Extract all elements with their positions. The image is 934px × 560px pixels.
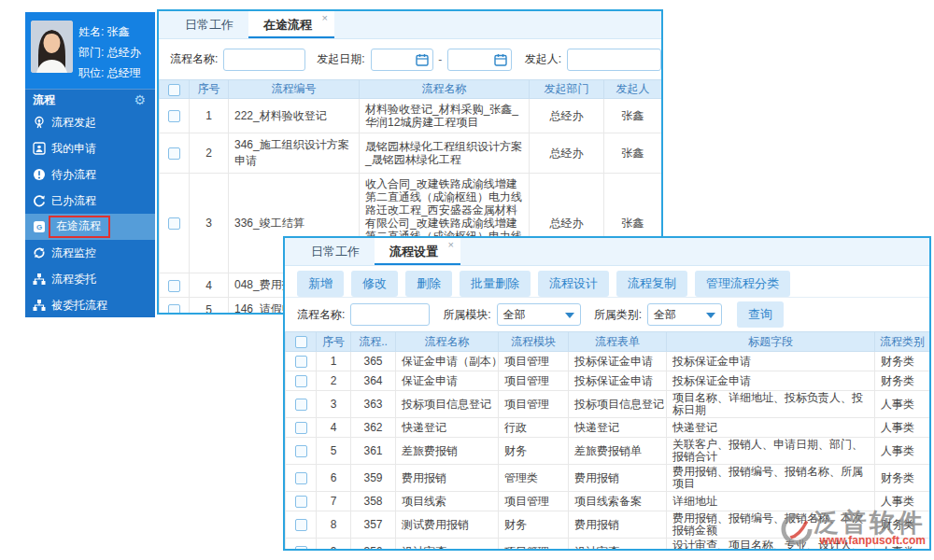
toolbar-button[interactable]: 管理流程分类 [695, 271, 790, 297]
start-date-to-input[interactable] [447, 49, 511, 71]
delegated-orgtree-icon [33, 299, 46, 312]
tab-daily-work[interactable]: 日常工作 [170, 11, 248, 38]
cell-name: 费用报销 [396, 465, 499, 492]
panel1-filter-row: 流程名称: 发起日期: - 发起人: [159, 39, 661, 79]
sidebar-item-delegated-flows[interactable]: 被委托流程 [25, 292, 155, 317]
table-row[interactable]: 2 364 保证金申请 项目管理 投标保证金申请 投标保证金申请 财务类 [286, 371, 930, 391]
tab-flow-settings[interactable]: 流程设置× [375, 238, 460, 265]
table-row[interactable]: 5 361 差旅费报销 财务 差旅费报销单 关联客户、报销人、申请日期、部门、报… [286, 438, 930, 465]
cell-name: 差旅费报销 [396, 438, 499, 465]
cell-code: 358 [351, 492, 396, 511]
sidebar-item-done-flows[interactable]: 已办流程 [25, 188, 155, 214]
cell-name: 测试费用报销 [396, 511, 499, 539]
cell-fields: 项目名称、详细地址、投标负责人、投标日期 [667, 391, 875, 418]
cell-form: 投标保证金申请 [569, 352, 667, 371]
avatar-photo-icon [31, 21, 73, 73]
col-header-name: 流程名称 [360, 80, 530, 99]
search-button[interactable]: 查询 [737, 301, 784, 328]
cell-module: 财务 [499, 438, 569, 465]
select-all-checkbox[interactable] [295, 336, 307, 348]
flow-name-input[interactable] [223, 49, 305, 71]
table-body: 1 365 保证金申请（副本） 项目管理 投标保证金申请 投标保证金申请 财务类… [286, 352, 930, 552]
col-header-module: 流程模块 [499, 332, 569, 352]
sidebar-item-flow-delegate[interactable]: 流程委托 [25, 266, 155, 292]
cell-no: 6 [317, 465, 351, 492]
row-checkbox[interactable] [168, 217, 180, 230]
module-select-value[interactable]: 全部 [497, 303, 581, 326]
toolbar-button[interactable]: 流程复制 [616, 271, 687, 297]
sidebar-item-my-applications[interactable]: 我的申请 [25, 135, 155, 161]
table-row[interactable]: 3 363 投标项目信息登记 项目管理 投标项目信息登记 项目名称、详细地址、投… [286, 391, 930, 418]
row-checkbox[interactable] [295, 519, 307, 531]
table-row[interactable]: 9 356 设计审查 项目管理 设计审查 设计审查、项目名称、专业、设计人、制单… [286, 539, 930, 552]
start-date-to-field[interactable] [447, 49, 511, 71]
cell-module: 项目管理 [499, 352, 569, 371]
sidebar-item-in-transit-flows[interactable]: G 在途流程 [25, 214, 155, 240]
cell-category: 财务类 [875, 465, 930, 492]
row-checkbox[interactable] [295, 445, 307, 457]
sidebar-item-label: 流程委托 [51, 272, 96, 287]
cell-form: 投标项目信息登记 [569, 391, 667, 418]
toolbar-button[interactable]: 新增 [297, 271, 344, 297]
cell-initiator: 张鑫 [604, 133, 662, 174]
toolbar-button[interactable]: 修改 [351, 271, 398, 297]
flow-name-label: 流程名称: [297, 307, 345, 323]
svg-text:G: G [36, 223, 42, 231]
toolbar-button[interactable]: 流程设计 [538, 271, 609, 297]
tab-daily-work[interactable]: 日常工作 [296, 238, 375, 265]
category-select[interactable]: 全部 [647, 303, 722, 326]
tab-in-transit-flows[interactable]: 在途流程× [248, 11, 334, 38]
table-row[interactable]: 4 362 快递登记 行政 快递登记 快递登记 人事类 [286, 418, 930, 438]
select-all-checkbox[interactable] [168, 84, 180, 96]
start-date-from-input[interactable] [371, 49, 434, 71]
sidebar-item-label: 流程发起 [51, 115, 96, 131]
module-select[interactable]: 全部 [497, 303, 581, 326]
row-checkbox[interactable] [295, 422, 307, 434]
row-checkbox[interactable] [295, 546, 307, 551]
initiator-input[interactable] [567, 49, 661, 71]
close-tab-icon[interactable]: × [448, 240, 454, 250]
row-checkbox[interactable] [168, 304, 180, 315]
sidebar: 姓名: 张鑫 部门: 总经办 职位: 总经理 流程 ⚙ 流程发起 我的申请 待办… [25, 12, 155, 317]
table-row[interactable]: 1 365 保证金申请（副本） 项目管理 投标保证金申请 投标保证金申请 财务类 [286, 352, 930, 371]
row-checkbox[interactable] [295, 399, 307, 411]
toolbar-button[interactable]: 批量删除 [460, 271, 531, 297]
cell-code: 222_材料验收登记 [229, 99, 360, 133]
table-row[interactable]: 7 358 项目线索 项目管理 项目线索备案 详细地址 人事类 [286, 492, 930, 511]
cell-name: 晟铭园林绿化工程组织设计方案_晟铭园林绿化工程 [360, 133, 530, 174]
flow-name-input[interactable] [350, 303, 430, 326]
row-checkbox[interactable] [295, 356, 307, 368]
sidebar-item-label: 已办流程 [51, 193, 96, 209]
settings-gear-icon[interactable]: ⚙ [134, 90, 146, 110]
row-checkbox[interactable] [168, 147, 180, 160]
close-tab-icon[interactable]: × [322, 13, 328, 23]
cell-no: 5 [317, 438, 351, 465]
cell-module: 行政 [499, 418, 569, 438]
row-checkbox[interactable] [295, 472, 307, 484]
cell-form: 费用报销 [569, 511, 667, 539]
row-checkbox[interactable] [295, 375, 307, 387]
category-select-value[interactable]: 全部 [647, 303, 722, 326]
start-date-from-field[interactable] [371, 49, 434, 71]
row-checkbox[interactable] [168, 110, 180, 122]
col-header-initiator: 发起人 [604, 80, 662, 99]
cell-name: 材料验收登记_材料采购_张鑫_华润12城房建工程项目 [360, 99, 530, 133]
row-checkbox[interactable] [295, 496, 307, 508]
sidebar-item-todo-flows[interactable]: 待办流程 [25, 161, 155, 188]
col-header-dept: 发起部门 [530, 80, 604, 99]
toolbar-button[interactable]: 删除 [405, 271, 452, 297]
cell-code: 361 [351, 438, 396, 465]
module-label: 所属模块: [443, 307, 490, 323]
cell-category: 人事类 [875, 492, 930, 511]
cell-code: 356 [351, 539, 396, 552]
cell-code: 363 [351, 391, 396, 418]
annotation-red-box: 在途流程 [49, 216, 110, 238]
cell-name: 保证金申请（副本） [396, 352, 499, 371]
table-row[interactable]: 8 357 测试费用报销 财务 费用报销 费用报销、报销编号、报销名称、本次报销… [286, 511, 930, 539]
table-row[interactable]: 2 346_施工组织设计方案申请 晟铭园林绿化工程组织设计方案_晟铭园林绿化工程… [160, 133, 662, 174]
table-row[interactable]: 1 222_材料验收登记 材料验收登记_材料采购_张鑫_华润12城房建工程项目 … [160, 99, 662, 133]
sidebar-item-flow-monitor[interactable]: 流程监控 [25, 240, 155, 266]
sidebar-item-flow-start[interactable]: 流程发起 [25, 109, 155, 135]
table-row[interactable]: 6 359 费用报销 管理类 费用报销 费用报销、报销编号、报销名称、所属项目 … [286, 465, 930, 492]
row-checkbox[interactable] [168, 280, 180, 292]
